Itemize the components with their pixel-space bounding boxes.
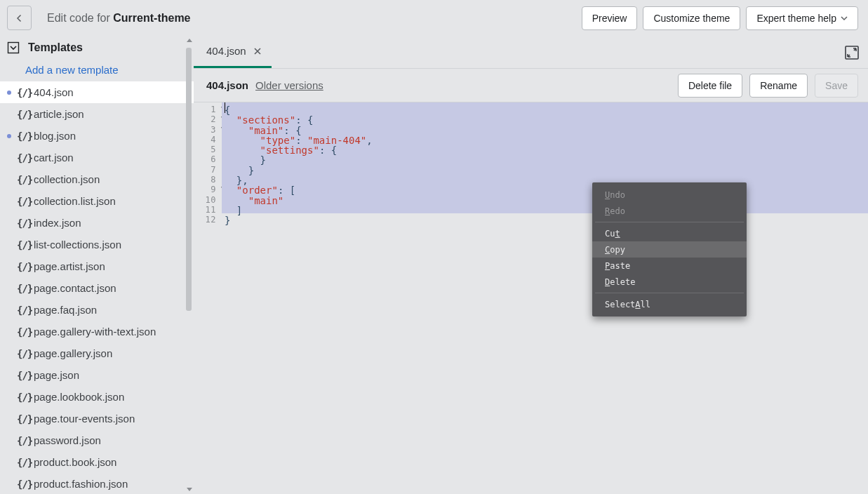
file-row-page-json[interactable]: {/}page.json <box>0 364 194 386</box>
line-number: 5 <box>194 145 222 155</box>
modified-dot-icon <box>7 91 11 95</box>
file-label: page.artist.json <box>34 260 105 272</box>
file-row-page-faq-json[interactable]: {/}page.faq.json <box>0 299 194 321</box>
scroll-track[interactable] <box>185 42 193 488</box>
json-icon: {/} <box>17 131 29 142</box>
json-icon: {/} <box>17 109 29 120</box>
tabs-row: 404.json <box>194 36 868 68</box>
file-row-cart-json[interactable]: {/}cart.json <box>0 147 194 168</box>
file-label: 404.json <box>34 86 74 98</box>
code-editor[interactable]: 123456789101112 { "sections": { "main": … <box>194 102 868 494</box>
expert-help-button[interactable]: Expert theme help <box>746 6 858 30</box>
json-icon: {/} <box>17 413 29 425</box>
code-area[interactable]: { "sections": { "main": { "type": "main-… <box>222 102 868 494</box>
file-label: page.contact.json <box>34 282 116 294</box>
line-number: 2 <box>194 115 222 125</box>
sidebar-header[interactable]: Templates <box>0 36 194 60</box>
file-row-blog-json[interactable]: {/}blog.json <box>0 125 194 147</box>
file-label: collection.json <box>34 173 100 185</box>
scroll-down-icon[interactable] <box>187 488 192 491</box>
file-row-404-json[interactable]: {/}404.json <box>0 81 194 103</box>
file-label: password.json <box>34 434 101 446</box>
older-versions-link[interactable]: Older versions <box>255 79 323 91</box>
file-row-page-gallery-json[interactable]: {/}page.gallery.json <box>0 342 194 364</box>
json-icon: {/} <box>17 218 29 229</box>
line-number: 7 <box>194 166 222 175</box>
file-row-collection-list-json[interactable]: {/}collection.list.json <box>0 190 194 212</box>
code-text: { "sections": { "main": { "type": "main-… <box>222 105 868 226</box>
context-menu-paste[interactable]: Paste <box>592 258 747 274</box>
rename-button[interactable]: Rename <box>749 74 808 98</box>
topbar: Edit code for Current-theme Preview Cust… <box>0 0 868 36</box>
file-row-page-gallery-with-text-json[interactable]: {/}page.gallery-with-text.json <box>0 321 194 342</box>
sidebar-scrollbar[interactable] <box>185 36 193 494</box>
json-icon: {/} <box>17 152 29 163</box>
line-number: 6 <box>194 155 222 165</box>
line-number: 10 <box>194 196 222 206</box>
file-label: product.fashion.json <box>34 478 128 490</box>
modified-dot-icon <box>7 134 11 138</box>
json-icon: {/} <box>17 283 29 294</box>
json-icon: {/} <box>17 174 29 185</box>
json-icon: {/} <box>17 457 29 468</box>
json-icon: {/} <box>17 305 29 316</box>
close-icon[interactable] <box>253 47 262 55</box>
collapse-down-icon <box>7 41 20 54</box>
file-label: cart.json <box>34 152 74 163</box>
file-label: page.gallery.json <box>34 347 112 359</box>
file-row-collection-json[interactable]: {/}collection.json <box>0 168 194 190</box>
page-title-prefix: Edit code for <box>47 12 113 24</box>
main: Templates Add a new template {/}404.json… <box>0 36 868 494</box>
editor-area: 404.json 404.json Older versions Delete … <box>194 36 868 494</box>
sidebar: Templates Add a new template {/}404.json… <box>0 36 194 494</box>
customize-theme-button[interactable]: Customize theme <box>643 6 740 30</box>
file-row-page-contact-json[interactable]: {/}page.contact.json <box>0 277 194 299</box>
svg-rect-0 <box>8 43 19 53</box>
preview-button[interactable]: Preview <box>582 6 638 30</box>
file-row-list-collections-json[interactable]: {/}list-collections.json <box>0 234 194 255</box>
add-template-link[interactable]: Add a new template <box>0 60 194 80</box>
file-label: product.book.json <box>34 456 116 468</box>
line-number: 8 <box>194 175 222 185</box>
chevron-down-icon <box>841 15 848 22</box>
file-row-article-json[interactable]: {/}article.json <box>0 103 194 125</box>
page-title-theme: Current-theme <box>113 12 190 24</box>
file-row-page-lookbook-json[interactable]: {/}page.lookbook.json <box>0 386 194 408</box>
expand-editor-button[interactable] <box>844 45 860 60</box>
delete-file-button[interactable]: Delete file <box>678 74 742 98</box>
svg-rect-1 <box>846 46 858 59</box>
file-label: list-collections.json <box>34 239 121 251</box>
context-menu-select-all[interactable]: Select All <box>592 296 747 312</box>
line-number: 12 <box>194 215 222 225</box>
line-gutter: 123456789101112 <box>194 102 222 494</box>
json-icon: {/} <box>17 348 29 359</box>
context-menu-cut[interactable]: Cut <box>592 225 747 241</box>
file-row-page-artist-json[interactable]: {/}page.artist.json <box>0 255 194 277</box>
line-number: 4 <box>194 135 222 145</box>
json-icon: {/} <box>17 435 29 446</box>
context-menu-undo: Undo <box>592 187 747 203</box>
json-icon: {/} <box>17 261 29 272</box>
current-filename: 404.json <box>206 79 248 91</box>
topbar-actions: Preview Customize theme Expert theme hel… <box>582 6 858 30</box>
file-row-page-tour-events-json[interactable]: {/}page.tour-events.json <box>0 408 194 429</box>
file-label: page.tour-events.json <box>34 413 135 425</box>
context-menu-delete[interactable]: Delete <box>592 274 747 290</box>
json-icon: {/} <box>17 370 29 381</box>
line-number: 11 <box>194 206 222 215</box>
context-menu-copy[interactable]: Copy <box>592 241 747 258</box>
expert-help-label: Expert theme help <box>756 13 836 24</box>
line-number: 3 <box>194 126 222 135</box>
file-row-index-json[interactable]: {/}index.json <box>0 212 194 234</box>
file-row-product-book-json[interactable]: {/}product.book.json <box>0 451 194 473</box>
json-icon: {/} <box>17 239 29 251</box>
scroll-thumb[interactable] <box>186 48 192 311</box>
file-row-password-json[interactable]: {/}password.json <box>0 429 194 451</box>
json-icon: {/} <box>17 326 29 338</box>
line-number: 1 <box>194 105 222 115</box>
tab-404-json[interactable]: 404.json <box>194 36 272 68</box>
file-row-product-fashion-json[interactable]: {/}product.fashion.json <box>0 473 194 494</box>
sidebar-header-label: Templates <box>28 41 83 54</box>
line-number: 9 <box>194 185 222 195</box>
back-button[interactable] <box>7 6 32 30</box>
